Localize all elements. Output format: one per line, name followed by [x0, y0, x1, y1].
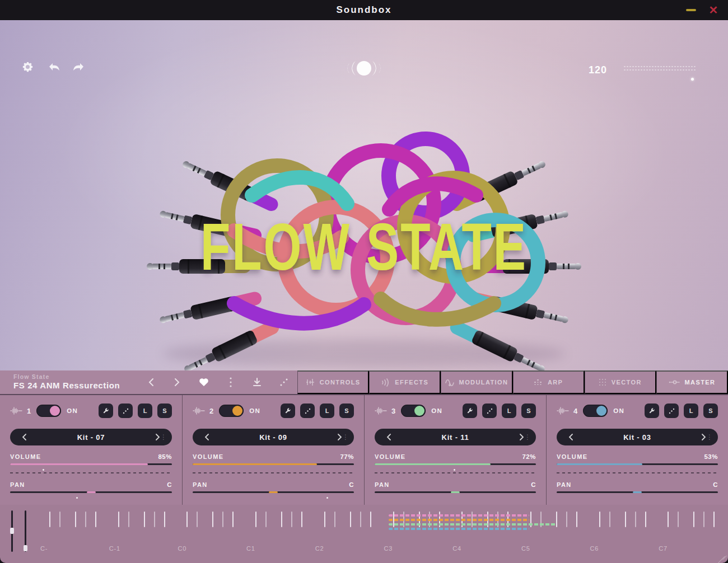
key-tick[interactable]	[85, 512, 86, 527]
solo-button[interactable]: S	[339, 404, 354, 418]
tab-modulation[interactable]: MODULATION	[441, 370, 512, 394]
kit-prev-button[interactable]	[199, 430, 214, 444]
pan-slider[interactable]	[557, 491, 718, 493]
settings-gear-icon[interactable]	[21, 60, 34, 73]
channel-power-toggle[interactable]	[583, 405, 608, 417]
key-tick[interactable]	[118, 512, 119, 527]
channel-power-toggle[interactable]	[219, 405, 244, 417]
undo-icon[interactable]	[47, 62, 62, 73]
lock-button[interactable]: L	[502, 404, 516, 418]
kit-menu-kebab-icon[interactable]: ⋮	[160, 434, 167, 440]
key-tick[interactable]	[703, 512, 704, 527]
expand-dots-button[interactable]	[118, 404, 133, 418]
mod-wheel-handle[interactable]	[24, 545, 27, 551]
key-tick[interactable]	[128, 512, 129, 527]
kit-selector[interactable]: Kit - 03 ⋮	[557, 429, 718, 445]
key-tick[interactable]	[186, 512, 188, 527]
preset-next-button[interactable]	[170, 374, 185, 390]
key-tick[interactable]	[59, 512, 60, 527]
kit-prev-button[interactable]	[381, 430, 396, 444]
kit-menu-kebab-icon[interactable]: ⋮	[524, 434, 531, 440]
preset-info[interactable]: Flow State FS 24 ANM Ressurection	[13, 373, 120, 391]
channel-power-toggle[interactable]	[401, 405, 426, 417]
key-tick[interactable]	[265, 512, 267, 527]
tweak-wrench-button[interactable]	[281, 404, 295, 418]
key-tick[interactable]	[334, 512, 335, 527]
lock-button[interactable]: L	[684, 404, 698, 418]
kit-prev-button[interactable]	[563, 430, 578, 444]
key-tick[interactable]	[281, 512, 282, 527]
key-tick[interactable]	[212, 512, 213, 527]
kit-menu-kebab-icon[interactable]: ⋮	[706, 434, 713, 440]
pan-slider[interactable]	[10, 491, 172, 493]
kit-selector[interactable]: Kit - 11 ⋮	[375, 429, 536, 445]
lock-button[interactable]: L	[138, 404, 152, 418]
close-button[interactable]: ✕	[702, 0, 725, 20]
favorite-heart-icon[interactable]	[196, 374, 212, 390]
pitch-wheel[interactable]	[11, 510, 13, 552]
channel-power-toggle[interactable]	[36, 405, 61, 417]
key-tick[interactable]	[75, 512, 76, 527]
key-tick[interactable]	[154, 512, 155, 527]
kit-menu-kebab-icon[interactable]: ⋮	[342, 434, 349, 440]
solo-button[interactable]: S	[521, 404, 536, 418]
kit-selector[interactable]: Kit - 07 ⋮	[10, 429, 172, 445]
pitch-wheel-handle[interactable]	[10, 528, 14, 534]
volume-slider[interactable]	[557, 463, 718, 465]
solo-button[interactable]: S	[157, 404, 172, 418]
tempo-pattern-strip[interactable]	[624, 66, 698, 73]
key-tick[interactable]	[645, 512, 646, 527]
tab-arp[interactable]: ARP	[513, 370, 585, 394]
tab-master[interactable]: MASTER	[656, 370, 728, 394]
key-tick[interactable]	[635, 512, 636, 527]
tab-vector[interactable]: VECTOR	[585, 370, 656, 394]
kit-selector[interactable]: Kit - 09 ⋮	[193, 429, 354, 445]
expand-dots-button[interactable]	[664, 404, 679, 418]
key-tick[interactable]	[95, 512, 96, 527]
redo-icon[interactable]	[71, 62, 86, 73]
expand-dots-button[interactable]	[482, 404, 497, 418]
key-tick[interactable]	[576, 512, 577, 527]
volume-slider[interactable]	[193, 463, 354, 465]
key-tick[interactable]	[291, 512, 292, 527]
keyboard[interactable]: C-C-1C0C1C2C3C4C5C6C7	[0, 505, 728, 563]
key-tick[interactable]	[197, 512, 198, 527]
key-tick[interactable]	[164, 512, 165, 527]
volume-slider[interactable]	[10, 463, 172, 465]
key-tick[interactable]	[301, 512, 302, 527]
preset-menu-kebab-icon[interactable]	[223, 374, 239, 390]
tab-controls[interactable]: CONTROLS	[297, 370, 369, 394]
tweak-wrench-button[interactable]	[645, 404, 659, 418]
key-tick[interactable]	[599, 512, 600, 527]
tempo-display[interactable]: 120	[589, 64, 607, 76]
key-tick[interactable]	[713, 512, 715, 527]
resize-handle[interactable]	[717, 552, 726, 561]
key-tick[interactable]	[609, 512, 610, 527]
kit-prev-button[interactable]	[17, 430, 31, 444]
volume-slider[interactable]	[375, 463, 536, 465]
expand-dots-button[interactable]	[300, 404, 315, 418]
pan-slider[interactable]	[375, 491, 536, 493]
save-download-icon[interactable]	[249, 374, 265, 390]
key-tick[interactable]	[625, 512, 626, 527]
key-tick[interactable]	[350, 512, 351, 527]
key-tick[interactable]	[324, 512, 325, 527]
key-tick[interactable]	[693, 512, 694, 527]
lock-button[interactable]: L	[320, 404, 334, 418]
solo-button[interactable]: S	[703, 404, 718, 418]
key-tick[interactable]	[222, 512, 223, 527]
expand-browser-icon[interactable]	[276, 374, 292, 390]
key-tick[interactable]	[255, 512, 256, 527]
pan-slider[interactable]	[193, 491, 354, 493]
key-tick[interactable]	[144, 512, 145, 527]
key-tick[interactable]	[678, 512, 679, 527]
key-tick[interactable]	[370, 512, 371, 527]
minimize-button[interactable]	[680, 0, 702, 20]
key-tick[interactable]	[668, 512, 669, 527]
tweak-wrench-button[interactable]	[99, 404, 113, 418]
tab-effects[interactable]: EFFECTS	[369, 370, 441, 394]
preset-prev-button[interactable]	[143, 374, 158, 390]
key-tick[interactable]	[49, 512, 50, 527]
key-tick[interactable]	[566, 512, 567, 527]
tweak-wrench-button[interactable]	[463, 404, 477, 418]
